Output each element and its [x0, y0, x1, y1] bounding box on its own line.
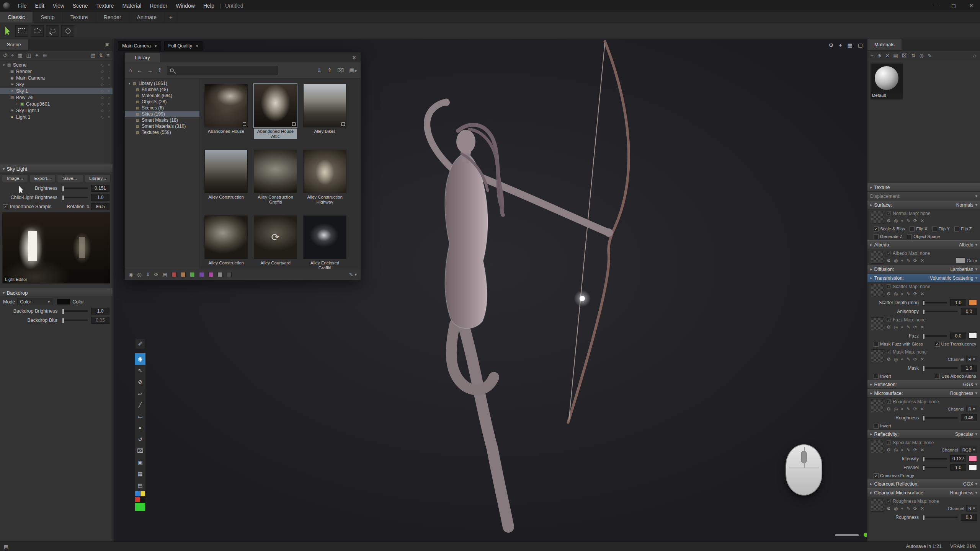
paint-icon[interactable]: ✎ [906, 258, 910, 263]
backdrop-blur-slider[interactable] [64, 320, 88, 321]
brightness-slider[interactable] [64, 187, 88, 189]
move-icon[interactable]: ⌖ [901, 357, 903, 362]
lock-toggle[interactable]: ◇ [101, 115, 104, 119]
refresh-icon[interactable]: ⟳ [154, 272, 158, 277]
palette-quaternary-swatch[interactable] [140, 497, 145, 502]
add-group-icon[interactable]: ⊕ [43, 52, 47, 58]
gear-icon[interactable]: ⚙ [887, 447, 891, 453]
undo-tool[interactable]: ↺ [135, 434, 145, 445]
expand-icon[interactable]: + [15, 102, 19, 106]
reflectivity-model-dropdown[interactable]: Specular▾ [955, 432, 977, 437]
delete-material-icon[interactable]: ✕ [885, 53, 890, 59]
refresh-icon[interactable]: ⟳ [913, 291, 917, 297]
clearcoat-roughness-map-slot[interactable]: ✓Roughness Map: none ⚙◎⌖✎⟳✕ ChannelR▾ [867, 497, 980, 513]
palette-tertiary-swatch[interactable] [135, 497, 140, 502]
tree-item-light-1[interactable]: ●Light 1◇○ [0, 114, 113, 120]
intensity-value[interactable]: 0.132 [950, 455, 966, 462]
mask-tool[interactable]: ⊘ [135, 376, 145, 388]
paint-icon[interactable]: ✎ [906, 506, 910, 511]
visibility-toggle[interactable]: ○ [108, 76, 110, 80]
magnifier-icon[interactable]: ◎ [894, 218, 898, 223]
rotation-stepper[interactable]: ⇅ [86, 204, 90, 209]
ruler-tool[interactable]: ▭ [135, 411, 145, 422]
brightness-value[interactable]: 0.151 [91, 185, 109, 192]
undo-icon[interactable]: ↺ [3, 52, 7, 58]
invert-option[interactable]: Invert [874, 424, 891, 429]
generate-z-option[interactable]: Generate Z [874, 234, 902, 239]
sphere-preview-icon[interactable]: ◉ [129, 272, 133, 277]
section-clearcoat-microsurface[interactable]: ▸Clearcoat Microsurface:Roughness▾ [867, 488, 980, 497]
minimize-button[interactable]: — [927, 0, 945, 11]
library-button[interactable]: Library... [85, 174, 111, 182]
grid-icon[interactable]: ▦ [848, 42, 853, 48]
home-icon[interactable]: ⌂ [129, 67, 132, 73]
panel-popout-icon[interactable]: ▣ [102, 39, 113, 50]
tree-item-render[interactable]: ▦Render◇○ [0, 68, 113, 75]
item-checkbox[interactable] [243, 122, 246, 126]
color-filter-red[interactable] [172, 272, 176, 277]
flat-preview-icon[interactable]: ◎ [137, 272, 141, 277]
section-microsurface[interactable]: ▸Microsurface:Roughness▾ [867, 389, 980, 398]
paint-material-icon[interactable]: ✎ [928, 53, 932, 59]
back-icon[interactable]: ← [137, 67, 142, 73]
map-thumbnail[interactable] [871, 440, 884, 453]
tree-item-main-camera[interactable]: ◉Main Camera◇○ [0, 75, 113, 81]
visibility-toggle[interactable]: ○ [108, 95, 110, 99]
eraser-tool[interactable]: ▱ [135, 388, 145, 399]
refresh-icon[interactable]: ⟳ [913, 506, 917, 511]
library-search[interactable] [167, 66, 278, 75]
map-thumbnail[interactable] [871, 399, 884, 412]
mask-channel-dropdown[interactable]: R▾ [966, 356, 977, 362]
sky-thumbnail[interactable]: ⟳ [254, 215, 297, 259]
scene-tab[interactable]: Scene [0, 39, 28, 50]
add-camera-icon[interactable]: ▦ [18, 52, 22, 58]
color-filter-magenta[interactable] [208, 272, 213, 277]
up-folder-icon[interactable]: ↥ [157, 67, 162, 74]
gear-icon[interactable]: ⚙ [887, 357, 891, 362]
roughness-slider[interactable] [924, 417, 958, 419]
albedo-model-dropdown[interactable]: Albedo▾ [959, 242, 977, 248]
normal-map-slot[interactable]: ✓Normal Map: none ⚙◎⌖✎⟳✕ [867, 209, 980, 225]
section-diffusion[interactable]: ▸Diffusion:Lambertian▾ [867, 265, 980, 274]
maximize-button[interactable]: ▢ [945, 0, 962, 11]
color-filter-gray[interactable] [217, 272, 222, 277]
clearcoat-roughness-value[interactable]: 0.3 [961, 514, 977, 521]
add-material-icon[interactable]: + [871, 53, 874, 59]
sky-preview[interactable]: Light Editor [2, 212, 110, 284]
map-thumbnail[interactable] [871, 317, 884, 330]
forward-icon[interactable]: → [147, 67, 153, 73]
folder-materials[interactable]: ▨Materials (694) [125, 93, 199, 99]
rotation-value[interactable]: 86.5 [91, 203, 109, 210]
folder-smart-materials[interactable]: ▨Smart Materials (310) [125, 123, 199, 129]
refresh-icon[interactable]: ⟳ [913, 357, 917, 362]
color-filter-purple[interactable] [199, 272, 204, 277]
folder-scenes[interactable]: ▨Scenes (6) [125, 105, 199, 111]
clear-icon[interactable]: ✕ [920, 324, 924, 330]
tree-item-sky-light-1[interactable]: ☀Sky Light 1◇○ [0, 107, 113, 114]
backdrop-blur-value[interactable]: 0.05 [91, 317, 109, 324]
fresnel-color-swatch[interactable] [969, 465, 977, 470]
folder-smart-masks[interactable]: ▨Smart Masks (18) [125, 117, 199, 123]
scatter-map-slot[interactable]: ✓Scatter Map: none ⚙◎⌖✎⟳✕ [867, 282, 980, 298]
export-button[interactable]: Export... [29, 174, 56, 182]
gear-icon[interactable]: ⚙ [887, 506, 891, 511]
export-icon[interactable]: ⇑ [327, 67, 332, 74]
image-tool[interactable]: ▦ [135, 468, 145, 479]
image-button[interactable]: Image... [2, 174, 28, 182]
backdrop-color-swatch[interactable] [57, 299, 70, 305]
scatter-color-swatch[interactable] [969, 300, 977, 305]
quality-dropdown[interactable]: Full Quality▾ [164, 41, 203, 51]
specular-map-slot[interactable]: ✓Specular Map: none ⚙◎⌖✎⟳✕ ChannelRGB▾ [867, 439, 980, 454]
list-options-icon[interactable]: ≡ [106, 52, 109, 58]
map-enabled-checkbox[interactable]: ✓ [887, 318, 891, 322]
map-enabled-checkbox[interactable]: ✓ [887, 211, 891, 215]
preview-sphere-icon[interactable]: ◎ [920, 53, 924, 59]
paint-icon[interactable]: ✎ [906, 291, 910, 297]
child-brightness-slider[interactable] [64, 197, 88, 198]
map-thumbnail[interactable] [871, 499, 884, 512]
clearcoat-roughness-slider[interactable] [924, 517, 958, 518]
section-clearcoat-reflection[interactable]: ▸Clearcoat Reflection:GGX▾ [867, 479, 980, 488]
refresh-icon[interactable]: ⟳ [913, 447, 917, 453]
magnifier-icon[interactable]: ◎ [894, 324, 898, 330]
list-view-icon[interactable]: ▤ [163, 272, 167, 277]
